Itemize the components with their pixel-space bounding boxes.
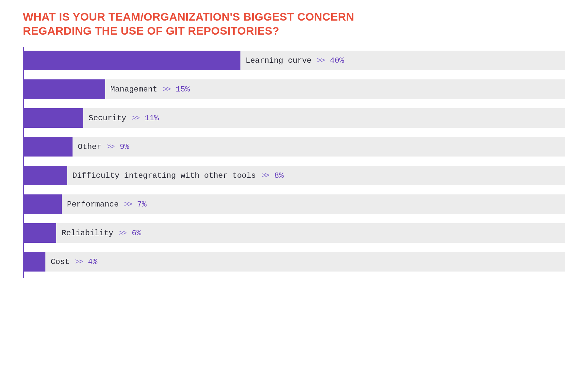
bar-label: Reliability >> 6%: [61, 229, 141, 238]
bar-row: Performance >> 7%: [24, 194, 565, 214]
bar-row: Reliability >> 6%: [24, 223, 565, 243]
bar-label: Security >> 11%: [89, 114, 159, 123]
bar-fill: [24, 137, 73, 157]
bar-category: Learning curve: [246, 56, 312, 65]
bar-fill: [24, 79, 105, 99]
bar-fill: [24, 166, 67, 185]
bar-value: 8%: [274, 171, 284, 180]
bar-label: Cost >> 4%: [51, 257, 97, 266]
bar-fill: [24, 194, 62, 214]
bar-label: Management >> 15%: [110, 85, 190, 94]
bar-row: Security >> 11%: [24, 108, 565, 128]
bar-category: Other: [78, 142, 101, 151]
bar-row: Learning curve >> 40%: [24, 51, 565, 70]
bar-value: 6%: [132, 229, 141, 238]
chevron-icon: >>: [261, 171, 270, 180]
chevron-icon: >>: [123, 200, 133, 209]
bar-category: Cost: [51, 257, 70, 266]
bar-row: Difficulty integrating with other tools …: [24, 166, 565, 185]
bar-row: Other >> 9%: [24, 137, 565, 157]
bar-category: Security: [89, 114, 126, 123]
bar-category: Reliability: [61, 229, 113, 238]
bar-value: 40%: [330, 56, 344, 65]
bar-chart: Learning curve >> 40%Management >> 15%Se…: [23, 47, 565, 278]
chevron-icon: >>: [316, 56, 325, 65]
bar-label: Difficulty integrating with other tools …: [73, 171, 284, 180]
bar-value: 15%: [176, 85, 190, 94]
bar-row: Cost >> 4%: [24, 252, 565, 272]
bar-value: 11%: [145, 114, 159, 123]
bar-label: Performance >> 7%: [67, 200, 147, 209]
bar-category: Performance: [67, 200, 119, 209]
bar-fill: [24, 51, 240, 70]
bar-row: Management >> 15%: [24, 79, 565, 99]
bar-category: Difficulty integrating with other tools: [73, 171, 256, 180]
chevron-icon: >>: [131, 114, 140, 123]
bar-value: 4%: [88, 257, 97, 266]
bar-label: Learning curve >> 40%: [246, 56, 344, 65]
bar-value: 7%: [137, 200, 147, 209]
bar-fill: [24, 252, 45, 272]
chevron-icon: >>: [162, 85, 171, 94]
bar-label: Other >> 9%: [78, 142, 129, 151]
bar-category: Management: [110, 85, 157, 94]
chevron-icon: >>: [118, 229, 127, 238]
chevron-icon: >>: [106, 142, 115, 151]
bar-fill: [24, 108, 83, 128]
bar-fill: [24, 223, 56, 243]
bar-value: 9%: [120, 142, 129, 151]
chart-title: WHAT IS YOUR TEAM/ORGANIZATION'S BIGGEST…: [23, 10, 415, 38]
chevron-icon: >>: [74, 257, 83, 266]
